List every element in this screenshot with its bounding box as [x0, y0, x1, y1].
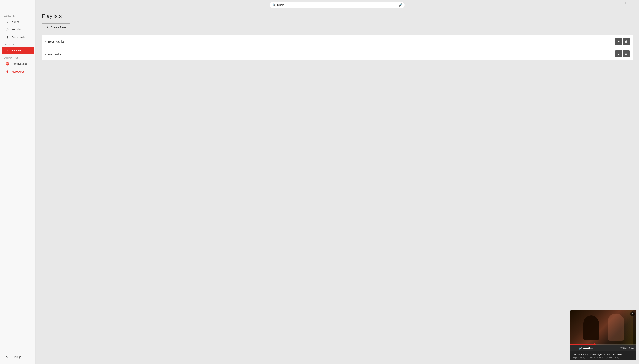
sidebar-item-downloads[interactable]: ⬇ Downloads	[2, 34, 34, 41]
close-button[interactable]: ✕	[630, 0, 638, 6]
volume-icon: 🔊	[578, 346, 582, 350]
sidebar-item-more-apps[interactable]: ⚙ More Apps	[2, 68, 34, 75]
mini-player: ✕ ⏸ 🔊 02:05 / 03:24	[570, 310, 636, 360]
sidebar-item-settings[interactable]: ⚙ Settings	[2, 353, 34, 361]
delete-playlist-button[interactable]: 🗑	[623, 38, 630, 45]
delete-playlist-button[interactable]: 🗑	[623, 50, 630, 58]
settings-icon: ⚙	[6, 355, 9, 359]
volume-bar[interactable]	[583, 348, 593, 348]
search-bar: 🔍 🎤	[270, 2, 405, 8]
main-content: 🔍 🎤 Playlists ＋ Create New › Best Playli…	[36, 0, 639, 364]
time-display: 02:05 / 03:24	[620, 347, 633, 350]
sidebar-item-remove-ads[interactable]: ⛔ Remove ads	[2, 60, 34, 68]
playlist-actions: ▶ 🗑	[615, 38, 630, 45]
progress-dot	[593, 344, 596, 345]
playlist-list: › Best Playlist ▶ 🗑 › my playlist ▶ 🗑	[42, 35, 633, 60]
search-icon: 🔍	[272, 4, 276, 6]
video-background	[570, 310, 636, 345]
download-icon: ⬇	[6, 36, 9, 39]
sidebar-item-playlists[interactable]: ≡ Playlists	[2, 47, 34, 54]
sidebar-bottom: ⚙ Settings	[0, 353, 36, 364]
progress-fill	[570, 344, 595, 345]
plus-icon: ＋	[46, 26, 49, 29]
mini-player-subtitle: Peja ft. kartky - dziewczyna ze snu (Bra…	[573, 356, 633, 358]
video-progress-bar[interactable]	[570, 344, 636, 345]
playlist-name: my playlist	[48, 52, 615, 56]
create-new-button[interactable]: ＋ Create New	[42, 23, 70, 32]
support-section-label: SUPPORT US	[0, 54, 36, 60]
video-scene	[570, 310, 636, 345]
volume-dot	[588, 347, 590, 349]
delete-icon: 🗑	[625, 52, 628, 56]
sidebar-item-trending[interactable]: ◎ Trending	[2, 26, 34, 33]
title-bar: ─ ❐ ✕	[614, 0, 639, 6]
sidebar-item-home[interactable]: ⌂ Home	[2, 18, 34, 25]
volume-fill	[583, 348, 590, 348]
search-input[interactable]	[277, 4, 397, 6]
mini-player-controls: ⏸ 🔊 02:05 / 03:24	[570, 345, 636, 352]
microphone-icon[interactable]: 🎤	[399, 3, 402, 7]
sidebar-item-label: Home	[12, 20, 19, 23]
playlist-name: Best Playlist	[48, 40, 615, 43]
search-bar-container: 🔍 🎤	[36, 0, 639, 10]
mini-player-close-button[interactable]: ✕	[630, 312, 635, 316]
mini-player-title: Peja ft. kartky - dziewczyna ze snu (Bra…	[573, 353, 633, 356]
sidebar-item-label: Playlists	[12, 49, 22, 52]
pause-button[interactable]: ⏸	[573, 346, 576, 350]
sidebar-item-label: Downloads	[12, 36, 25, 39]
play-icon: ▶	[617, 40, 620, 43]
sidebar-item-label: Remove ads	[12, 62, 27, 65]
home-icon: ⌂	[6, 20, 9, 23]
delete-icon: 🗑	[625, 40, 628, 43]
play-icon: ▶	[617, 52, 620, 56]
minimize-button[interactable]: ─	[614, 0, 622, 6]
restore-button[interactable]: ❐	[622, 0, 630, 6]
mini-player-info: Peja ft. kartky - dziewczyna ze snu (Bra…	[570, 352, 636, 360]
sidebar-item-label: Trending	[12, 28, 22, 31]
play-playlist-button[interactable]: ▶	[615, 50, 622, 58]
person-silhouette-left	[583, 316, 599, 340]
playlist-item[interactable]: › Best Playlist ▶ 🗑	[42, 35, 633, 48]
sidebar-item-label: Settings	[12, 356, 22, 358]
mini-player-video	[570, 310, 636, 345]
trending-icon: ◎	[6, 28, 9, 31]
playlist-item[interactable]: › my playlist ▶ 🗑	[42, 48, 633, 60]
sidebar-item-label: More Apps	[12, 70, 25, 73]
more-apps-icon: ⚙	[6, 70, 9, 74]
library-section-label: LIBRARY	[0, 41, 36, 47]
create-new-label: Create New	[51, 26, 66, 29]
playlists-icon: ≡	[6, 49, 9, 52]
explore-section-label: EXPLORE	[0, 12, 36, 18]
page-title: Playlists	[42, 13, 633, 19]
chevron-right-icon: ›	[45, 40, 46, 43]
hamburger-button[interactable]	[2, 3, 10, 11]
sidebar: EXPLORE ⌂ Home ◎ Trending ⬇ Downloads LI…	[0, 0, 36, 364]
chevron-right-icon: ›	[45, 52, 46, 56]
remove-ads-icon: ⛔	[6, 62, 9, 66]
playlist-actions: ▶ 🗑	[615, 50, 630, 58]
play-playlist-button[interactable]: ▶	[615, 38, 622, 45]
volume-control[interactable]: 🔊	[578, 346, 593, 350]
